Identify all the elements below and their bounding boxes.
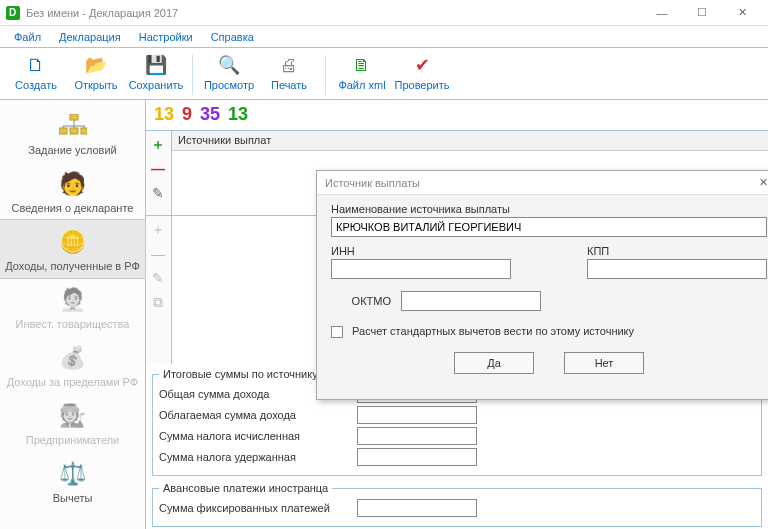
advance-legend: Авансовые платежи иностранца (159, 482, 332, 494)
oktmo-label: ОКТМО (331, 295, 391, 307)
menu-settings[interactable]: Настройки (133, 29, 199, 45)
minimize-button[interactable]: — (642, 0, 682, 26)
main-area: Задание условий 🧑 Сведения о декларанте … (0, 100, 768, 529)
add-entry-button[interactable]: ＋ (148, 220, 168, 240)
inn-input[interactable] (331, 259, 511, 279)
rate-35[interactable]: 35 (198, 104, 222, 125)
payment-source-dialog: Источник выплаты ✕ Наименование источник… (316, 170, 768, 400)
xml-file-icon: 🗎 (350, 53, 374, 77)
check-icon: ✔ (410, 53, 434, 77)
remove-entry-button[interactable]: ― (148, 244, 168, 264)
toolbar-preview[interactable]: 🔍 Просмотр (199, 51, 259, 99)
person-icon: 🧑 (57, 168, 89, 200)
toolbar-open[interactable]: 📂 Открыть (66, 51, 126, 99)
new-file-icon: 🗋 (24, 53, 48, 77)
titlebar: Без имени - Декларация 2017 — ☐ ✕ (0, 0, 768, 26)
entrepreneur-icon: 🧑‍🏭 (57, 400, 89, 432)
content: 13 9 35 13 ＋ ― ✎ Источники выплат ＋ ― ✎ … (146, 100, 768, 529)
rate-13-a[interactable]: 13 (152, 104, 176, 125)
toolbar-check[interactable]: ✔ Проверить (392, 51, 452, 99)
rate-tabs: 13 9 35 13 (146, 100, 768, 130)
menubar: Файл Декларация Настройки Справка (0, 26, 768, 48)
coins-icon: 🪙 (57, 226, 89, 258)
tax-withheld-field (357, 448, 477, 466)
oktmo-input[interactable] (401, 291, 541, 311)
print-icon: 🖨 (277, 53, 301, 77)
add-source-button[interactable]: ＋ (148, 135, 168, 155)
scales-icon: ⚖️ (57, 458, 89, 490)
std-deductions-label: Расчет стандартных вычетов вести по этом… (352, 325, 634, 337)
kpp-label: КПП (587, 245, 767, 257)
toolbar: 🗋 Создать 📂 Открыть 💾 Сохранить 🔍 Просмо… (0, 48, 768, 100)
taxable-income-field (357, 406, 477, 424)
sidebar-item-income-rf[interactable]: 🪙 Доходы, полученные в РФ (0, 219, 146, 279)
toolbar-xml[interactable]: 🗎 Файл xml (332, 51, 392, 99)
entries-buttons: ＋ ― ✎ ⧉ (146, 216, 172, 364)
fixed-payments-field (357, 499, 477, 517)
sources-buttons: ＋ ― ✎ (146, 131, 172, 215)
tax-withheld-label: Сумма налога удержанная (159, 451, 349, 463)
svg-rect-0 (70, 114, 78, 120)
save-icon: 💾 (144, 53, 168, 77)
advance-fieldset: Авансовые платежи иностранца Сумма фикси… (152, 482, 762, 527)
sidebar-item-income-abroad[interactable]: 💰 Доходы за пределами РФ (0, 336, 145, 394)
sidebar-item-entrepreneurs[interactable]: 🧑‍🏭 Предприниматели (0, 394, 145, 452)
copy-entry-button[interactable]: ⧉ (148, 292, 168, 312)
sidebar-item-deductions[interactable]: ⚖️ Вычеты (0, 452, 145, 510)
window-title: Без имени - Декларация 2017 (26, 7, 642, 19)
rate-9[interactable]: 9 (180, 104, 194, 125)
menu-help[interactable]: Справка (205, 29, 260, 45)
moneybag-icon: 💰 (57, 342, 89, 374)
edit-entry-button[interactable]: ✎ (148, 268, 168, 288)
source-name-label: Наименование источника выплаты (331, 203, 767, 215)
tax-calculated-label: Сумма налога исчисленная (159, 430, 349, 442)
sidebar-item-conditions[interactable]: Задание условий (0, 104, 145, 162)
app-icon (6, 6, 20, 20)
dialog-title: Источник выплаты (325, 177, 420, 189)
dialog-no-button[interactable]: Нет (564, 352, 644, 374)
tax-calculated-field (357, 427, 477, 445)
toolbar-create[interactable]: 🗋 Создать (6, 51, 66, 99)
maximize-button[interactable]: ☐ (682, 0, 722, 26)
taxable-income-label: Облагаемая сумма дохода (159, 409, 349, 421)
remove-source-button[interactable]: ― (148, 159, 168, 179)
toolbar-save[interactable]: 💾 Сохранить (126, 51, 186, 99)
fixed-payments-label: Сумма фиксированных платежей (159, 502, 349, 514)
sources-header: Источники выплат (172, 131, 768, 151)
rate-13-b[interactable]: 13 (226, 104, 250, 125)
svg-rect-5 (81, 128, 87, 134)
edit-source-button[interactable]: ✎ (148, 183, 168, 203)
close-button[interactable]: ✕ (722, 0, 762, 26)
source-name-input[interactable] (331, 217, 767, 237)
sidebar-item-invest[interactable]: 🧑‍💼 Инвест. товарищества (0, 278, 145, 336)
inn-label: ИНН (331, 245, 511, 257)
tree-icon (57, 110, 89, 142)
sidebar-item-declarant[interactable]: 🧑 Сведения о декларанте (0, 162, 145, 220)
svg-rect-3 (59, 128, 67, 134)
dialog-close-button[interactable]: ✕ (753, 176, 768, 189)
toolbar-print[interactable]: 🖨 Печать (259, 51, 319, 99)
dialog-yes-button[interactable]: Да (454, 352, 534, 374)
menu-declaration[interactable]: Декларация (53, 29, 127, 45)
std-deductions-checkbox[interactable] (331, 326, 343, 338)
kpp-input[interactable] (587, 259, 767, 279)
invest-icon: 🧑‍💼 (57, 284, 89, 316)
sidebar: Задание условий 🧑 Сведения о декларанте … (0, 100, 146, 529)
folder-open-icon: 📂 (84, 53, 108, 77)
preview-icon: 🔍 (217, 53, 241, 77)
svg-rect-4 (70, 128, 78, 134)
menu-file[interactable]: Файл (8, 29, 47, 45)
